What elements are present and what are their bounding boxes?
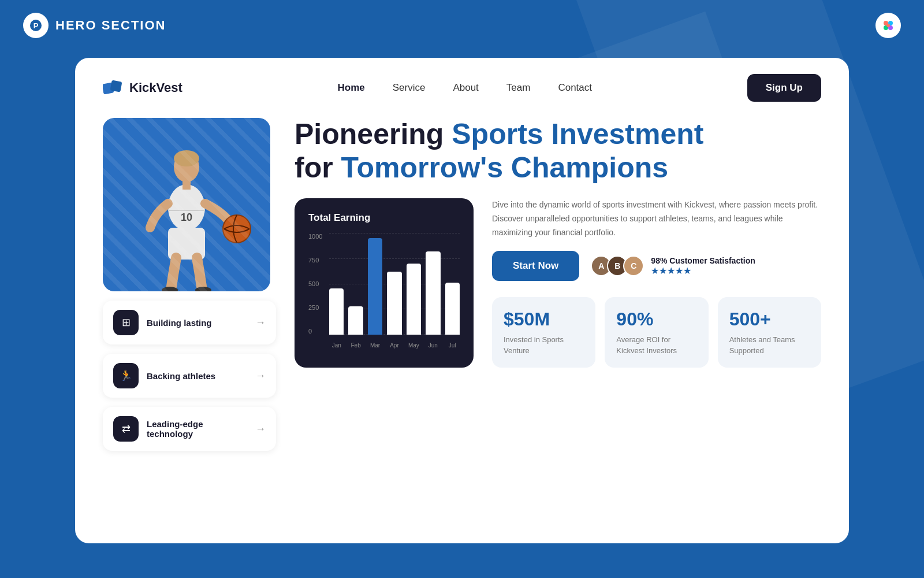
bar-apr — [387, 233, 401, 335]
feature-backing[interactable]: 🏃 Backing athletes → — [103, 354, 276, 398]
headline-accent2: Tomorrow's Champions — [341, 151, 669, 184]
feature-building[interactable]: ⊞ Building lasting → — [103, 301, 276, 344]
hero-right-content: Dive into the dynamic world of sports in… — [492, 198, 821, 368]
bar-feb — [348, 233, 363, 335]
top-bar-title: HERO SECTION — [55, 18, 166, 33]
stats-row: $50M Invested in Sports Venture 90% Aver… — [492, 297, 821, 367]
stat-invested: $50M Invested in Sports Venture — [492, 297, 595, 367]
feature-building-arrow: → — [255, 317, 266, 329]
chart-x-labels: Jan Feb Mar Apr May Jun Jul — [329, 342, 460, 349]
stat-roi-label: Average ROI for Kickvest Investors — [616, 335, 696, 355]
stat-invested-label: Invested in Sports Venture — [504, 335, 584, 355]
nav-about[interactable]: About — [453, 82, 478, 93]
svg-point-6 — [886, 24, 890, 27]
chart-bars — [329, 233, 460, 335]
hero-right: Pioneering Sports Investment for Tomorro… — [295, 118, 821, 451]
nav-service[interactable]: Service — [393, 82, 426, 93]
logo-text: KickVest — [129, 80, 182, 95]
navbar: KickVest Home Service About Team Contact… — [75, 58, 849, 118]
avatar-3: C — [623, 255, 644, 276]
bar-jul — [445, 233, 460, 335]
logo: KickVest — [103, 77, 182, 98]
building-icon: ⊞ — [113, 310, 139, 335]
stat-athletes-value: 500+ — [729, 309, 810, 330]
cta-row: Start Now A B C 98% Customer Satisfactio… — [492, 251, 821, 281]
feature-technology-arrow: → — [255, 423, 266, 435]
nav-contact[interactable]: Contact — [558, 82, 592, 93]
feature-backing-label: Backing athletes — [147, 371, 247, 381]
stat-roi: 90% Average ROI for Kickvest Investors — [605, 297, 708, 367]
stat-athletes: 500+ Athletes and Teams Supported — [718, 297, 821, 367]
satisfaction-percentage: 98% Customer Satisfaction — [651, 256, 755, 265]
nav-links: Home Service About Team Contact — [337, 82, 592, 94]
hero-middle: Total Earning 1000 750 500 250 0 — [295, 198, 821, 368]
chart-y-labels: 1000 750 500 250 0 — [308, 233, 322, 335]
satisfaction: A B C 98% Customer Satisfaction ★★★★★ — [591, 255, 755, 276]
nav-home[interactable]: Home — [337, 82, 364, 93]
chart-card: Total Earning 1000 750 500 250 0 — [295, 198, 474, 368]
start-now-button[interactable]: Start Now — [492, 251, 579, 281]
bar-mar — [368, 233, 382, 335]
feature-backing-arrow: → — [255, 370, 266, 382]
hero-section: 10 ⊞ Building lasting → — [75, 118, 849, 469]
technology-icon: ⇄ — [113, 416, 139, 442]
bar-may — [407, 233, 421, 335]
avatars: A B C — [591, 255, 644, 276]
svg-rect-8 — [110, 80, 122, 92]
stat-roi-value: 90% — [616, 309, 696, 330]
stat-invested-value: $50M — [504, 309, 584, 330]
athlete-card: 10 — [103, 118, 270, 291]
hero-headline: Pioneering Sports Investment for Tomorro… — [295, 118, 821, 184]
bar-jan — [329, 233, 344, 335]
top-bar-brand: P HERO SECTION — [23, 13, 166, 38]
satisfaction-stars: ★★★★★ — [651, 265, 755, 276]
backing-icon: 🏃 — [113, 363, 139, 388]
svg-text:P: P — [33, 21, 39, 30]
feature-technology-label: Leading-edge technology — [147, 419, 247, 439]
top-bar-logo-icon: P — [23, 13, 49, 38]
stat-athletes-label: Athletes and Teams Supported — [729, 335, 810, 355]
nav-team[interactable]: Team — [506, 82, 531, 93]
top-bar: P HERO SECTION — [0, 0, 924, 51]
chart-title: Total Earning — [308, 212, 460, 224]
satisfaction-text: 98% Customer Satisfaction ★★★★★ — [651, 256, 755, 276]
main-card: KickVest Home Service About Team Contact… — [75, 58, 849, 543]
headline-normal2: for — [295, 151, 341, 184]
hero-left: 10 ⊞ Building lasting → — [103, 118, 276, 451]
feature-building-label: Building lasting — [147, 318, 247, 328]
hero-description: Dive into the dynamic world of sports in… — [492, 198, 821, 239]
bar-jun — [426, 233, 440, 335]
figma-icon — [875, 13, 901, 38]
feature-technology[interactable]: ⇄ Leading-edge technology → — [103, 407, 276, 451]
chart-area: 1000 750 500 250 0 — [308, 233, 460, 349]
signup-button[interactable]: Sign Up — [747, 74, 821, 102]
headline-accent1: Sports Investment — [452, 118, 703, 150]
headline-normal1: Pioneering — [295, 118, 452, 150]
